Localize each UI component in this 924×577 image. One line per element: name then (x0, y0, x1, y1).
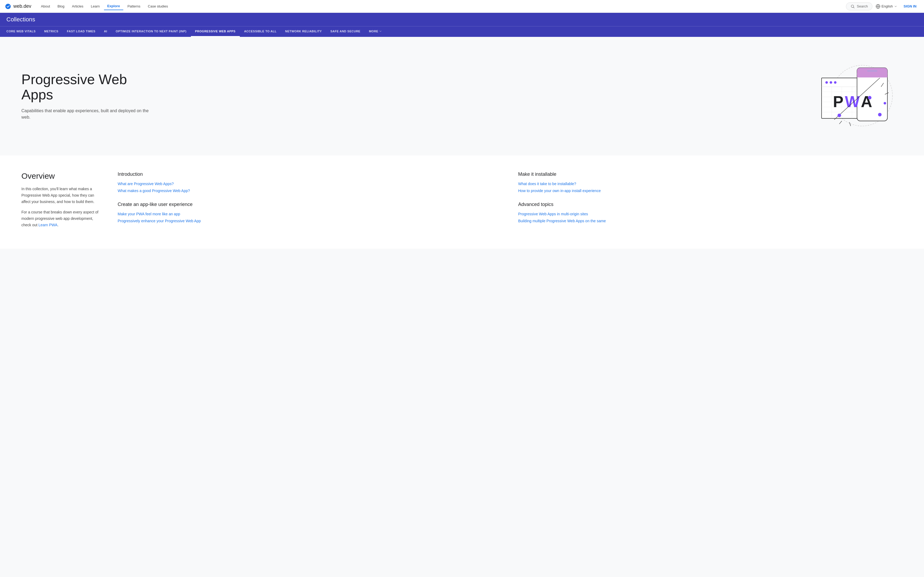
cat-core-web-vitals[interactable]: CORE WEB VITALS (2, 26, 40, 37)
nav-about[interactable]: About (38, 3, 53, 10)
svg-line-35 (839, 121, 842, 124)
chevron-down-icon (894, 5, 897, 8)
content-col-2: Make it installable What does it take to… (518, 171, 903, 233)
pwa-illustration: P W A (806, 53, 903, 139)
advanced-link-2[interactable]: Building multiple Progressive Web Apps o… (518, 219, 606, 223)
cat-optimize-inp[interactable]: OPTIMIZE INTERACTION TO NEXT PAINT (INP) (111, 26, 191, 37)
advanced-heading: Advanced topics (518, 201, 903, 207)
installable-section: Make it installable What does it take to… (518, 171, 903, 193)
search-box[interactable]: Search (846, 2, 872, 10)
sign-in-button[interactable]: SIGN IN (900, 3, 920, 10)
nav-blog[interactable]: Blog (54, 3, 68, 10)
cat-network[interactable]: NETWORK RELIABILITY (281, 26, 326, 37)
install-link-2[interactable]: How to provide your own in-app install e… (518, 189, 601, 193)
content-section: Overview In this collection, you'll lear… (0, 155, 924, 249)
overview-para-2: For a course that breaks down every aspe… (21, 209, 102, 228)
introduction-links: What are Progressive Web Apps? What make… (118, 181, 502, 193)
logo-icon (4, 3, 12, 10)
overview-para-1: In this collection, you'll learn what ma… (21, 186, 102, 205)
nav-articles[interactable]: Articles (69, 3, 87, 10)
content-col-1: Introduction What are Progressive Web Ap… (118, 171, 502, 233)
svg-text:A: A (861, 93, 872, 110)
svg-point-31 (884, 102, 886, 105)
svg-line-1 (853, 7, 854, 8)
cat-metrics[interactable]: METRICS (40, 26, 63, 37)
cat-accessible[interactable]: ACCESSIBLE TO ALL (240, 26, 281, 37)
svg-point-29 (868, 96, 871, 99)
svg-point-9 (834, 81, 836, 84)
collections-bar: Collections (0, 13, 924, 26)
hero-title: Progressive Web Apps (21, 72, 150, 102)
top-nav: web.dev About Blog Articles Learn Explor… (0, 0, 924, 13)
main-nav-links: About Blog Articles Learn Explore Patter… (38, 2, 844, 10)
installable-links: What does it take to be installable? How… (518, 181, 903, 193)
nav-right: Search English SIGN IN (846, 2, 920, 10)
intro-link-1[interactable]: What are Progressive Web Apps? (118, 182, 174, 186)
cat-fast-load-times[interactable]: FAST LOAD TIMES (63, 26, 100, 37)
hero-section: Progressive Web Apps Capabilities that e… (0, 37, 924, 155)
language-selector[interactable]: English (876, 4, 897, 9)
app-exp-link-1[interactable]: Make your PWA feel more like an app (118, 212, 180, 216)
intro-link-2[interactable]: What makes a good Progressive Web App? (118, 189, 190, 193)
svg-point-8 (830, 81, 832, 84)
introduction-section: Introduction What are Progressive Web Ap… (118, 171, 502, 193)
hero-text: Progressive Web Apps Capabilities that e… (21, 72, 150, 121)
svg-text:P: P (833, 93, 843, 110)
search-label: Search (857, 4, 868, 8)
advanced-section: Advanced topics Progressive Web Apps in … (518, 201, 903, 223)
svg-rect-22 (857, 73, 887, 77)
advanced-links: Progressive Web Apps in multi-origin sit… (518, 211, 903, 223)
installable-heading: Make it installable (518, 171, 903, 177)
cat-more[interactable]: MORE (365, 26, 386, 37)
introduction-heading: Introduction (118, 171, 502, 177)
nav-patterns[interactable]: Patterns (124, 3, 144, 10)
advanced-link-1[interactable]: Progressive Web Apps in multi-origin sit… (518, 212, 588, 216)
cat-safe[interactable]: SAFE AND SECURE (326, 26, 365, 37)
site-logo[interactable]: web.dev (4, 3, 31, 10)
overview-column: Overview In this collection, you'll lear… (21, 171, 102, 233)
search-icon (850, 4, 855, 8)
more-chevron-icon (379, 30, 382, 33)
hero-description: Capabilities that enable app experiences… (21, 108, 150, 121)
svg-point-30 (878, 113, 882, 116)
svg-point-28 (838, 114, 841, 117)
svg-line-34 (850, 122, 851, 126)
app-experience-heading: Create an app-like user experience (118, 201, 502, 207)
learn-pwa-link[interactable]: Learn PWA (39, 223, 58, 227)
app-experience-links: Make your PWA feel more like an app Prog… (118, 211, 502, 223)
overview-title: Overview (21, 171, 102, 181)
app-exp-link-2[interactable]: Progressively enhance your Progressive W… (118, 219, 201, 223)
app-experience-section: Create an app-like user experience Make … (118, 201, 502, 223)
nav-case-studies[interactable]: Case studies (145, 3, 171, 10)
nav-explore[interactable]: Explore (104, 2, 123, 10)
collections-title: Collections (6, 16, 35, 23)
language-label: English (882, 4, 893, 8)
globe-icon (876, 4, 880, 9)
hero-image: P W A (806, 53, 903, 139)
cat-ai[interactable]: AI (100, 26, 111, 37)
logo-text: web.dev (13, 3, 31, 9)
install-link-1[interactable]: What does it take to be installable? (518, 182, 576, 186)
nav-learn[interactable]: Learn (88, 3, 103, 10)
svg-rect-23 (867, 70, 877, 72)
cat-pwa[interactable]: PROGRESSIVE WEB APPS (191, 26, 240, 37)
category-nav: CORE WEB VITALS METRICS FAST LOAD TIMES … (0, 26, 924, 37)
svg-point-7 (825, 81, 828, 84)
